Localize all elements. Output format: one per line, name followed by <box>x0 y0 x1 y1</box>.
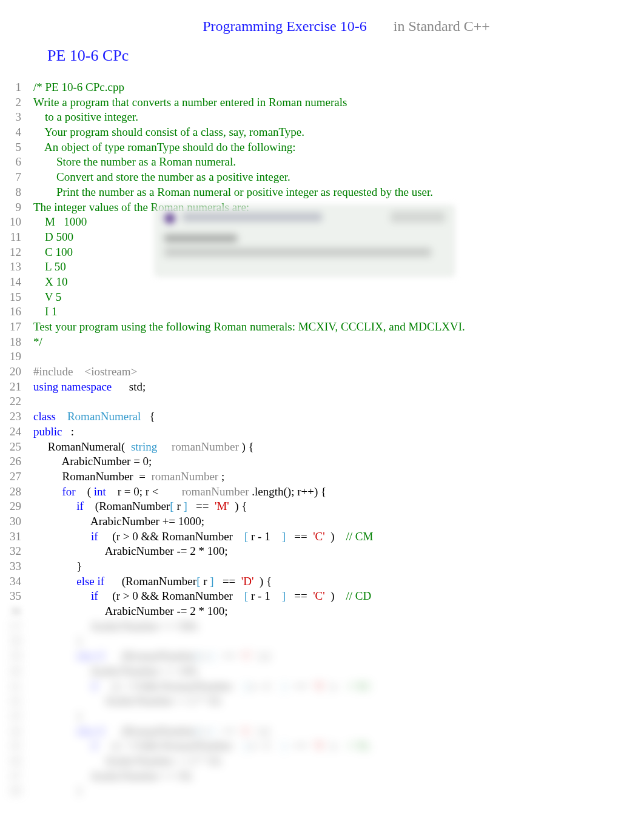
code-line: 28 for ( int r = 0; r < romanNumber .len… <box>0 485 644 500</box>
line-content: if (RomanNumber[ r ] == 'M' ) { <box>33 499 644 514</box>
line-number: 1 <box>0 80 33 95</box>
code-line: 11 D 500 <box>0 230 644 245</box>
line-content: L 50 <box>33 260 644 275</box>
code-line: 44 else if (RomanNumber[ r ] == 'L' ) { <box>0 724 644 739</box>
line-content: #include <iostream> <box>33 364 644 380</box>
line-number: 21 <box>0 380 33 395</box>
line-content: M 1000 <box>33 215 644 230</box>
line-number: 6 <box>0 155 33 170</box>
code-line: 39 else if (RomanNumber[ r ] == 'C' ) { <box>0 649 644 664</box>
line-content: Your program should consist of a class, … <box>33 125 644 140</box>
line-content: RomanNumeral( string romanNumber ) { <box>33 440 644 455</box>
line-content: else if (RomanNumber[ r ] == 'D' ) { <box>33 574 644 589</box>
code-line: 46 ArabicNumber -= 2 * 10; <box>0 754 644 769</box>
code-line: 13 L 50 <box>0 260 644 275</box>
code-line: 18*/ <box>0 335 644 350</box>
code-line: 3 to a positive integer. <box>0 110 644 125</box>
code-line: 16 I 1 <box>0 304 644 320</box>
line-content: D 500 <box>33 230 644 245</box>
code-line: 41 if (r > 0 && RomanNumber [ r - 1 ] ==… <box>0 679 644 694</box>
header-title: Programming Exercise 10-6 <box>203 18 367 34</box>
code-line: 8 Print the number as a Roman numeral or… <box>0 185 644 200</box>
line-number: 7 <box>0 170 33 185</box>
line-content: using namespace std; <box>33 380 644 395</box>
line-number: 11 <box>0 230 33 245</box>
line-content: for ( int r = 0; r < romanNumber .length… <box>33 485 644 500</box>
code-line: 24public : <box>0 424 644 440</box>
line-number: 46 <box>0 754 33 769</box>
code-line: 42 ArabicNumber -= 2 * 10; <box>0 694 644 709</box>
line-content: Test your program using the following Ro… <box>33 320 644 335</box>
code-line: 25 RomanNumeral( string romanNumber ) { <box>0 440 644 455</box>
line-number: 10 <box>0 215 33 230</box>
line-content: public : <box>33 424 644 440</box>
code-line: 5 An object of type romanType should do … <box>0 140 644 155</box>
line-content: ArabicNumber -= 2 * 10; <box>33 754 644 769</box>
code-line: 7 Convert and store the number as a posi… <box>0 170 644 185</box>
line-content: Write a program that converts a number e… <box>33 95 644 110</box>
code-line: 27 RomanNumber = romanNumber ; <box>0 469 644 485</box>
line-number: 26 <box>0 454 33 469</box>
line-number: 8 <box>0 185 33 200</box>
line-content: I 1 <box>33 304 644 320</box>
code-line: 6 Store the number as a Roman numeral. <box>0 155 644 170</box>
line-number: 42 <box>0 694 33 709</box>
line-number: 15 <box>0 290 33 305</box>
code-listing: 1/* PE 10-6 CPc.cpp2Write a program that… <box>0 80 644 799</box>
code-line: 4 Your program should consist of a class… <box>0 125 644 140</box>
code-line: 1/* PE 10-6 CPc.cpp <box>0 80 644 95</box>
line-content: if (r > 0 && RomanNumber [ r - 1 ] == 'C… <box>33 589 644 604</box>
code-line: 48 } <box>0 783 644 799</box>
code-line: 19 <box>0 349 644 364</box>
line-content: to a positive integer. <box>33 110 644 125</box>
line-content: ArabicNumber -= 2 * 10; <box>33 694 644 709</box>
code-line: 17Test your program using the following … <box>0 320 644 335</box>
line-number: 30 <box>0 514 33 529</box>
line-number: 23 <box>0 409 33 424</box>
line-number: 16 <box>0 304 33 320</box>
code-line: 22 <box>0 394 644 409</box>
line-number: 25 <box>0 440 33 455</box>
line-content: if (r > 0 && RomanNumber [ r - 1 ] == 'X… <box>33 739 644 754</box>
line-number: 31 <box>0 529 33 545</box>
line-number: 36 <box>0 604 33 619</box>
line-content: } <box>33 559 644 574</box>
code-line: 2Write a program that converts a number … <box>0 95 644 110</box>
line-number: 41 <box>0 679 33 694</box>
line-content: An object of type romanType should do th… <box>33 140 644 155</box>
line-content: ArabicNumber += 50; <box>33 769 644 784</box>
line-content: ArabicNumber -= 2 * 100; <box>33 604 644 619</box>
line-number: 39 <box>0 649 33 664</box>
line-content: else if (RomanNumber[ r ] == 'L' ) { <box>33 724 644 739</box>
code-line: 38 } <box>0 634 644 649</box>
line-number: 35 <box>0 589 33 604</box>
line-number: 18 <box>0 335 33 350</box>
line-content: else if (RomanNumber[ r ] == 'C' ) { <box>33 649 644 664</box>
line-number: 32 <box>0 544 33 559</box>
code-line: 43 } <box>0 709 644 724</box>
line-number: 5 <box>0 140 33 155</box>
code-line: 15 V 5 <box>0 290 644 305</box>
code-line: 23class RomanNumeral { <box>0 409 644 424</box>
line-number: 47 <box>0 769 33 784</box>
line-content: ArabicNumber += 100; <box>33 664 644 679</box>
code-line: 20#include <iostream> <box>0 364 644 380</box>
code-line: 33 } <box>0 559 644 574</box>
line-number: 2 <box>0 95 33 110</box>
line-number: 43 <box>0 709 33 724</box>
line-content: ArabicNumber -= 2 * 100; <box>33 544 644 559</box>
line-number: 4 <box>0 125 33 140</box>
code-line: 35 if (r > 0 && RomanNumber [ r - 1 ] ==… <box>0 589 644 604</box>
code-line: 32 ArabicNumber -= 2 * 100; <box>0 544 644 559</box>
code-line: 45 if (r > 0 && RomanNumber [ r - 1 ] ==… <box>0 739 644 754</box>
line-number: 40 <box>0 664 33 679</box>
line-number: 28 <box>0 485 33 500</box>
line-number: 19 <box>0 349 33 364</box>
line-content: if (r > 0 && RomanNumber [ r - 1 ] == 'C… <box>33 529 644 545</box>
code-line: 9The integer values of the Roman numeral… <box>0 200 644 215</box>
line-number: 34 <box>0 574 33 589</box>
line-content: } <box>33 634 644 649</box>
line-content: } <box>33 783 644 799</box>
line-number: 48 <box>0 783 33 799</box>
line-content: ArabicNumber += 500; <box>33 619 644 634</box>
